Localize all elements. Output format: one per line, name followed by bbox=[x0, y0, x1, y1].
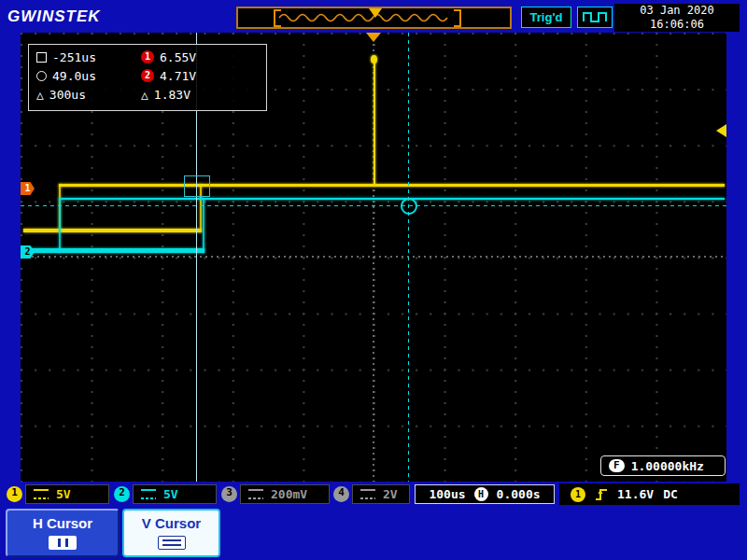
trigger-source-badge: 1 bbox=[571, 487, 585, 502]
ch2-trace-low-segment bbox=[23, 248, 204, 253]
delta-volt: 1.83V bbox=[154, 88, 190, 102]
ch1-trace-spike bbox=[374, 58, 375, 186]
vertical-cursor2-line[interactable] bbox=[408, 33, 409, 482]
frequency-badge-icon: F bbox=[609, 459, 625, 472]
memory-position-bar bbox=[236, 7, 512, 29]
rising-edge-icon bbox=[595, 487, 608, 502]
graticule-center-horizontal bbox=[21, 256, 726, 258]
ch1-badge-icon: 1 bbox=[141, 50, 154, 63]
ch3-coupling-icon bbox=[248, 489, 263, 499]
ch1-status-box: 5V bbox=[25, 484, 109, 504]
trigger-status-box: 1 11.6V DC bbox=[559, 483, 740, 505]
ch2-trace-high-segment bbox=[59, 198, 725, 200]
ch2-status-badge: 2 bbox=[114, 486, 130, 502]
v-cursor-button[interactable]: V Cursor bbox=[122, 509, 220, 557]
timebase-position: 0.000s bbox=[497, 487, 541, 501]
ch4-status-box: 2V bbox=[352, 484, 410, 504]
cursor1-time: -251us bbox=[52, 50, 96, 64]
circle-cursor-icon bbox=[36, 71, 47, 81]
ch2-badge-icon: 2 bbox=[141, 69, 154, 82]
delta-time-cell: △ 300us bbox=[36, 88, 141, 102]
cursor1-square-marker-icon bbox=[184, 175, 210, 197]
memory-waveform-icon bbox=[277, 11, 453, 24]
date-text: 03 Jan 2020 bbox=[614, 4, 740, 18]
ch1-position-marker: 1 bbox=[21, 182, 35, 195]
ch1-trace-high-segment bbox=[59, 184, 725, 187]
v-cursor-icon bbox=[158, 536, 186, 550]
ch1-trace-spike-top bbox=[371, 55, 377, 63]
ch4-status-badge: 4 bbox=[333, 486, 349, 502]
cursor1-volt: 6.55V bbox=[160, 50, 196, 64]
brand-logo: GWINSTEK bbox=[7, 7, 101, 26]
delta-volt-cell: △ 1.83V bbox=[141, 88, 259, 102]
h-cursor-button[interactable]: H Cursor bbox=[6, 509, 120, 557]
frequency-counter: F 1.00000kHz bbox=[600, 455, 726, 476]
ch4-scale: 2V bbox=[383, 487, 398, 501]
cursor1-volt-cell: 1 6.55V bbox=[141, 50, 259, 64]
h-cursor-icon bbox=[49, 536, 77, 550]
cursor-readout-panel: -251us 1 6.55V 49.0us 2 4.71V △ 300us △ … bbox=[28, 44, 267, 111]
timebase-status-box: 100us H 0.000s bbox=[415, 484, 555, 504]
waveform-display: 1 2 -251us 1 6.55V 49.0us 2 4.71V △ 300u bbox=[21, 33, 726, 482]
datetime-display: 03 Jan 2020 16:06:06 bbox=[614, 4, 740, 32]
cursor2-volt: 4.71V bbox=[160, 69, 196, 83]
trigger-status-badge: Trig'd bbox=[521, 7, 571, 28]
trigger-position-marker-icon bbox=[366, 33, 381, 42]
cursor2-time-cell: 49.0us bbox=[36, 69, 141, 83]
square-wave-icon bbox=[582, 9, 608, 25]
trigger-level: 11.6V bbox=[617, 487, 654, 501]
cursor1-time-cell: -251us bbox=[36, 50, 141, 64]
ch3-scale: 200mV bbox=[271, 487, 307, 501]
square-cursor-icon bbox=[36, 52, 47, 63]
ch3-status-box: 200mV bbox=[240, 484, 330, 504]
ch1-scale: 5V bbox=[56, 487, 71, 501]
cursor2-time: 49.0us bbox=[52, 69, 96, 83]
ch1-trace-low-segment bbox=[23, 229, 202, 232]
memory-trigger-position-icon bbox=[369, 8, 382, 18]
v-cursor-button-label: V Cursor bbox=[124, 515, 218, 531]
ch3-status-badge: 3 bbox=[221, 486, 237, 502]
horizontal-badge-icon: H bbox=[474, 487, 488, 501]
trigger-type-indicator bbox=[577, 7, 613, 28]
delta-icon: △ bbox=[141, 88, 148, 102]
window-bracket-right-icon bbox=[454, 9, 461, 27]
trigger-level-marker-icon bbox=[716, 124, 726, 137]
ch2-status-box: 5V bbox=[133, 484, 217, 504]
ch2-coupling-icon bbox=[141, 489, 156, 499]
ch2-scale: 5V bbox=[163, 487, 178, 501]
cursor2-circle-marker-icon bbox=[401, 198, 417, 215]
h-cursor-button-label: H Cursor bbox=[7, 515, 118, 531]
ch1-status-badge: 1 bbox=[7, 486, 22, 502]
oscilloscope-ui: GWINSTEK Trig'd 03 Jan 2020 16:06:06 bbox=[0, 0, 747, 560]
ch4-coupling-icon bbox=[360, 489, 375, 499]
frequency-value: 1.00000kHz bbox=[631, 459, 704, 473]
delta-time: 300us bbox=[49, 88, 86, 102]
time-text: 16:06:06 bbox=[614, 18, 740, 32]
timebase-scale: 100us bbox=[429, 487, 465, 501]
cursor2-volt-cell: 2 4.71V bbox=[141, 69, 259, 83]
delta-icon: △ bbox=[36, 88, 44, 102]
ch1-coupling-icon bbox=[34, 489, 49, 499]
trigger-coupling: DC bbox=[663, 487, 678, 501]
horizontal-cursor-line[interactable] bbox=[21, 205, 726, 206]
